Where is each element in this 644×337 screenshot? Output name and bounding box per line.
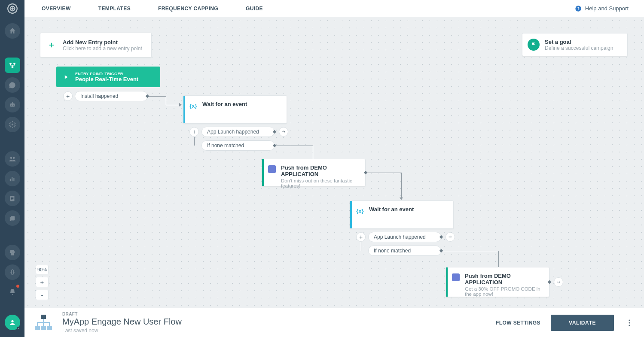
svg-rect-19 [11,216,15,220]
add-branch-button[interactable]: + [63,91,73,101]
pill-none-matched-2[interactable]: If none matched [368,246,441,256]
svg-point-2 [12,8,13,9]
top-tabs: OVERVIEW TEMPLATES FREQUENCY CAPPING GUI… [24,0,644,17]
flow-title: MyApp Engage New User Flow [62,317,182,327]
braces-icon: {x} [189,101,198,110]
svg-rect-4 [13,63,15,64]
app-square-icon [267,164,277,174]
tab-guide[interactable]: GUIDE [246,6,263,12]
svg-text:?: ? [577,6,580,11]
arrowhead-icon [179,103,182,106]
nav-analytics-icon[interactable] [5,171,20,186]
help-label: Help and Support [585,5,629,12]
tab-overview[interactable]: OVERVIEW [42,6,71,12]
pill-app-launch1-label: App Launch happened [207,129,259,135]
add-branch-button[interactable]: + [189,127,199,137]
goal-card-subtitle: Define a successful campaign [545,45,613,51]
nav-user-avatar[interactable] [5,315,20,330]
braces-icon: {x} [355,206,365,216]
svg-point-31 [629,319,630,321]
trigger-label: ENTRY POINT: TRIGGER [75,72,138,76]
wait-event-node-2[interactable]: {x} Wait for an event [350,200,454,229]
svg-rect-30 [47,326,52,330]
flow-tree-icon [34,314,53,332]
help-icon: ? [575,5,582,12]
pill-app-launch2-label: App Launch happened [374,234,426,240]
flow-status: DRAFT [62,312,182,316]
branch-continue-button[interactable] [554,277,563,287]
svg-rect-18 [11,199,13,200]
nav-bot-icon[interactable] [5,97,20,112]
validate-button[interactable]: VALIDATE [551,315,614,331]
nav-home-icon[interactable] [5,23,20,39]
nav-chat-icon[interactable] [5,77,20,93]
svg-point-10 [10,157,12,159]
brand-logo[interactable] [0,0,24,17]
pill-app-launch-2[interactable]: App Launch happened [368,232,441,242]
flag-icon [528,39,540,51]
nav-library-icon[interactable] [5,210,20,226]
svg-rect-20 [10,217,11,221]
pill-app-launch-1[interactable]: App Launch happened [201,127,275,137]
push1-subtitle: Don't miss out on these fantastic featur… [281,178,359,188]
svg-rect-28 [35,326,40,330]
pill-install-label: Install happened [80,93,118,99]
svg-point-32 [629,322,630,323]
pill-none1-label: If none matched [207,143,244,149]
nav-flow-icon[interactable] [5,58,20,73]
push-node-1[interactable]: Push from DEMO APPLICATION Don't miss ou… [262,159,366,186]
svg-rect-12 [10,179,11,181]
help-support-link[interactable]: ? Help and Support [575,5,629,12]
nav-doc-icon[interactable] [5,191,20,206]
wait1-title: Wait for an event [202,101,281,107]
set-goal-card[interactable]: Set a goal Define a successful campaign [522,33,628,56]
bottom-bar: DRAFT MyApp Engage New User Flow Last sa… [24,308,644,337]
nav-people-icon[interactable] [5,151,20,167]
flow-canvas[interactable]: Add New Entry point Click here to add a … [24,17,644,308]
tab-templates[interactable]: TEMPLATES [98,6,131,12]
nav-bell-icon[interactable] [5,284,20,300]
svg-rect-16 [11,197,14,197]
app-square-icon [451,273,461,282]
entry-card-title: Add New Entry point [63,39,142,46]
left-sidebar [0,0,24,337]
add-branch-button[interactable]: + [356,232,366,242]
nav-store-icon[interactable] [5,245,20,260]
add-entry-point-card[interactable]: Add New Entry point Click here to add a … [40,33,152,58]
play-icon [61,73,70,81]
entry-trigger-node[interactable]: ENTRY POINT: TRIGGER People Real-Time Ev… [56,67,160,87]
svg-rect-17 [11,198,14,198]
svg-point-7 [11,105,12,106]
flow-saved: Last saved now [62,328,182,334]
flow-settings-button[interactable]: FLOW SETTINGS [496,320,540,326]
pill-none2-label: If none matched [374,248,411,254]
zoom-in-button[interactable]: + [36,277,49,287]
push-node-2[interactable]: Push from DEMO APPLICATION Get a 30% OFF… [446,267,549,297]
branch-continue-button[interactable] [446,232,455,242]
arrowhead-icon [400,197,403,200]
svg-point-33 [629,325,630,326]
tab-frequency-capping[interactable]: FREQUENCY CAPPING [158,6,218,12]
pill-none-matched-1[interactable]: If none matched [201,140,275,151]
plus-icon [46,40,57,50]
nav-tags-icon[interactable] [5,264,20,280]
zoom-out-button[interactable]: - [36,290,49,300]
svg-point-8 [13,105,14,106]
nav-gear-icon[interactable] [5,117,20,132]
zoom-controls: 90% + - [36,265,49,300]
entry-card-subtitle: Click here to add a new entry point [63,46,142,52]
svg-point-11 [12,157,15,159]
svg-rect-29 [41,326,46,330]
svg-rect-14 [13,178,14,181]
wait2-title: Wait for an event [369,206,447,213]
push2-title: Push from DEMO APPLICATION [465,273,543,285]
pill-install[interactable]: Install happened [75,91,148,101]
trigger-title: People Real-Time Event [75,76,138,82]
wait-event-node-1[interactable]: {x} Wait for an event [183,95,287,124]
svg-rect-6 [10,103,15,107]
svg-rect-13 [12,177,12,181]
more-menu-button[interactable] [624,318,635,328]
branch-continue-button[interactable] [279,127,288,137]
svg-point-9 [11,124,13,126]
push2-subtitle: Get a 30% OFF PROMO CODE in the app now! [465,286,543,297]
